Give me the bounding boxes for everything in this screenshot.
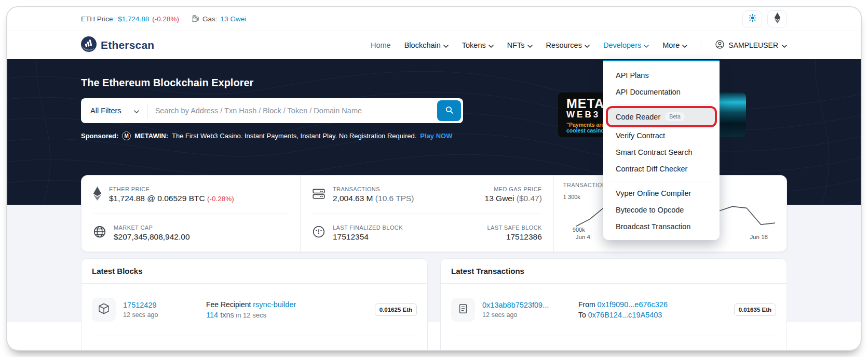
txns-duration: in 12 secs bbox=[234, 311, 266, 319]
eth-price-value[interactable]: $1,724.88 bbox=[118, 15, 149, 23]
med-gas-label: MED GAS PRICE bbox=[485, 186, 542, 192]
nav-item-resources-label: Resources bbox=[546, 41, 582, 49]
market-cap-value[interactable]: $207,345,808,942.00 bbox=[114, 232, 190, 242]
nav-item-more[interactable]: More bbox=[662, 41, 687, 49]
nav-item-blockchain[interactable]: Blockchain bbox=[404, 41, 449, 49]
nav-item-home[interactable]: Home bbox=[371, 41, 391, 49]
block-number-link[interactable]: 17512429 bbox=[123, 301, 206, 309]
ether-diamond-icon bbox=[93, 187, 102, 203]
menu-item-contract-diff-checker[interactable]: Contract Diff Checker bbox=[603, 161, 720, 177]
price-gas-strip: ETH Price: $1,724.88 (-0.28%) Gas: 13 Gw… bbox=[81, 15, 246, 24]
block-reward-badge: 0.01625 Eth bbox=[375, 303, 417, 316]
nav-item-tokens[interactable]: Tokens bbox=[462, 41, 494, 49]
search-icon bbox=[445, 105, 454, 116]
ether-price-value[interactable]: $1,724.88 @ 0.06529 BTC (-0.28%) bbox=[109, 194, 234, 203]
brand-name: Etherscan bbox=[101, 39, 154, 51]
fee-recipient-label: Fee Recipient bbox=[206, 300, 251, 309]
gauge-icon bbox=[312, 225, 326, 241]
ether-price-label: ETHER PRICE bbox=[109, 186, 234, 192]
person-icon bbox=[715, 39, 725, 51]
txns-count-link[interactable]: 114 txns bbox=[206, 311, 234, 319]
search-input[interactable] bbox=[148, 107, 437, 115]
page-body: ETHER PRICE $1,724.88 @ 0.06529 BTC (-0.… bbox=[7, 175, 861, 322]
x-tick-jun18: Jun 18 bbox=[750, 234, 768, 240]
sun-icon bbox=[748, 14, 757, 24]
chevron-down-icon bbox=[134, 107, 139, 115]
market-cap-label: MARKET CAP bbox=[114, 224, 190, 231]
sponsored-label: Sponsored: bbox=[81, 132, 118, 140]
user-menu[interactable]: SAMPLEUSER bbox=[715, 39, 787, 51]
metawin-icon: M bbox=[122, 131, 131, 140]
main-navbar: Etherscan Home Blockchain Tokens NFTs bbox=[7, 31, 861, 59]
search-filter-select[interactable]: All Filters bbox=[81, 107, 147, 115]
last-finalized-value[interactable]: 17512354 bbox=[333, 232, 403, 242]
eth-price-change: (-0.28%) bbox=[152, 15, 179, 23]
menu-item-bytecode-to-opcode[interactable]: Bytecode to Opcode bbox=[603, 202, 720, 218]
network-select-button[interactable] bbox=[767, 10, 787, 28]
chevron-down-icon bbox=[644, 41, 649, 49]
txn-icon-box bbox=[451, 298, 475, 322]
chevron-down-icon bbox=[585, 41, 590, 49]
transactions-stat: TRANSACTIONS 2,004.63 M (10.6 TPS) bbox=[312, 186, 414, 203]
document-icon bbox=[457, 303, 469, 316]
block-time: 12 secs ago bbox=[123, 311, 206, 319]
x-tick-jun4: Jun 4 bbox=[576, 234, 590, 240]
menu-item-smart-contract-search[interactable]: Smart Contract Search bbox=[603, 144, 720, 161]
menu-item-broadcast-transaction[interactable]: Broadcast Transaction bbox=[603, 218, 720, 235]
med-gas-amount: 13 Gwei bbox=[485, 194, 514, 203]
block-row: 17512429 12 secs ago Fee Recipient rsync… bbox=[82, 284, 427, 336]
chevron-down-icon bbox=[489, 41, 494, 49]
chevron-down-icon bbox=[443, 41, 449, 49]
menu-item-verify-contract[interactable]: Verify Contract bbox=[603, 127, 720, 144]
chevron-down-icon bbox=[682, 41, 687, 49]
last-finalized-stat: LAST FINALIZED BLOCK 17512354 bbox=[312, 224, 403, 242]
transactions-value[interactable]: 2,004.63 M (10.6 TPS) bbox=[333, 194, 414, 203]
latest-blocks-title: Latest Blocks bbox=[82, 259, 427, 284]
transactions-tps: (10.6 TPS) bbox=[375, 194, 414, 203]
menu-divider bbox=[609, 104, 713, 104]
gas-value[interactable]: 13 Gwei bbox=[221, 15, 247, 23]
latest-transactions-title: Latest Transactions bbox=[441, 259, 786, 284]
med-gas-value[interactable]: 13 Gwei ($0.47) bbox=[485, 194, 542, 203]
nav-item-developers[interactable]: Developers bbox=[603, 41, 649, 49]
to-label: To bbox=[578, 311, 588, 319]
code-reader-label: Code Reader bbox=[616, 113, 660, 121]
sponsor-play-now-link[interactable]: Play NOW bbox=[420, 132, 452, 140]
latest-transactions-card: Latest Transactions 0x13ab8b7523f09... 1… bbox=[440, 258, 787, 351]
nav-item-nfts[interactable]: NFTs bbox=[507, 41, 533, 49]
menu-item-vyper-online-compiler[interactable]: Vyper Online Compiler bbox=[603, 185, 720, 202]
eth-price-label: ETH Price: bbox=[81, 15, 115, 23]
menu-item-api-plans[interactable]: API Plans bbox=[603, 67, 720, 84]
last-safe-value[interactable]: 17512386 bbox=[487, 232, 541, 242]
nav-item-developers-label: Developers bbox=[603, 41, 641, 49]
txn-hash-link[interactable]: 0x13ab8b7523f09... bbox=[482, 301, 578, 309]
from-label: From bbox=[578, 300, 598, 309]
from-address-link[interactable]: 0x1f9090...e676c326 bbox=[598, 300, 668, 309]
med-gas-stat: MED GAS PRICE 13 Gwei ($0.47) bbox=[485, 186, 542, 203]
gas-label: Gas: bbox=[202, 15, 218, 23]
transactions-amount: 2,004.63 M bbox=[333, 194, 373, 203]
nav-item-more-label: More bbox=[662, 41, 680, 49]
fee-recipient-link[interactable]: rsync-builder bbox=[253, 300, 296, 309]
menu-item-code-reader[interactable]: Code Reader Beta bbox=[608, 108, 715, 125]
row-divider bbox=[92, 336, 417, 336]
nav-item-tokens-label: Tokens bbox=[462, 41, 486, 49]
search-button[interactable] bbox=[437, 100, 461, 121]
etherscan-logo[interactable]: Etherscan bbox=[81, 36, 154, 54]
sponsor-name[interactable]: METAWIN: bbox=[134, 132, 168, 140]
server-stack-icon bbox=[312, 187, 326, 203]
ad-artwork bbox=[719, 92, 746, 137]
browser-frame: ETH Price: $1,724.88 (-0.28%) Gas: 13 Gw… bbox=[6, 6, 862, 351]
txn-time: 12 secs ago bbox=[482, 311, 578, 319]
ethereum-icon bbox=[774, 12, 781, 25]
filter-label: All Filters bbox=[90, 107, 121, 115]
theme-toggle-button[interactable] bbox=[742, 10, 762, 28]
search-bar: All Filters bbox=[81, 98, 463, 123]
top-stats-bar: ETH Price: $1,724.88 (-0.28%) Gas: 13 Gw… bbox=[7, 7, 861, 31]
menu-item-api-documentation[interactable]: API Documentation bbox=[603, 84, 720, 100]
developers-dropdown-menu: API Plans API Documentation Code Reader … bbox=[603, 60, 720, 240]
user-name: SAMPLEUSER bbox=[728, 41, 778, 49]
nav-item-resources[interactable]: Resources bbox=[546, 41, 590, 49]
to-address-link[interactable]: 0x76B124...c19A5403 bbox=[588, 311, 662, 319]
latest-blocks-card: Latest Blocks 17512429 12 secs ago bbox=[81, 258, 428, 351]
